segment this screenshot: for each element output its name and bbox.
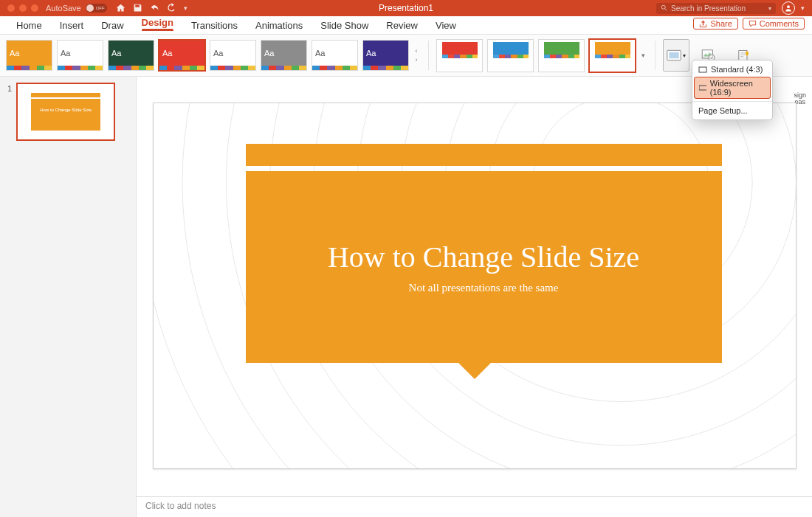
- theme-swatch-5[interactable]: Aa: [261, 40, 307, 71]
- traffic-lights[interactable]: [0, 4, 46, 12]
- slide-number: 1: [7, 83, 12, 141]
- tab-view[interactable]: View: [427, 17, 465, 34]
- theme-swatch-6[interactable]: Aa: [312, 40, 358, 71]
- aspect-16-9-icon: [699, 85, 706, 91]
- svg-point-0: [661, 5, 665, 9]
- comments-button[interactable]: Comments: [743, 18, 805, 30]
- autosave-control[interactable]: AutoSave OFF: [46, 4, 107, 13]
- themes-scroll[interactable]: ‹›: [412, 47, 421, 63]
- svg-rect-8: [699, 86, 706, 90]
- tab-transitions[interactable]: Transitions: [182, 17, 247, 34]
- redo-icon[interactable]: [167, 3, 176, 14]
- search-input[interactable]: Search in Presentation ▾: [656, 3, 776, 14]
- share-button[interactable]: Share: [693, 18, 737, 30]
- slide-size-button[interactable]: ▾: [663, 39, 689, 72]
- slide-size-menu: Standard (4:3) Widescreen (16:9) Page Se…: [692, 60, 773, 120]
- theme-swatch-3[interactable]: Aa: [159, 40, 205, 71]
- search-icon: [661, 4, 668, 12]
- design-ribbon: AaAaAaAaAaAaAaAa ‹› ▾ ▾ signeas Standard…: [0, 35, 812, 77]
- separator: [428, 41, 429, 70]
- overflow-icon[interactable]: ▾: [184, 4, 187, 12]
- slide-thumbnail-1[interactable]: How to Change Slide Size: [16, 83, 115, 141]
- home-icon[interactable]: [116, 3, 125, 14]
- slide-editor: How to Change Slide Size Not all present…: [137, 77, 812, 517]
- share-icon: [699, 20, 707, 28]
- callout-pointer-icon: [458, 363, 491, 379]
- theme-swatch-2[interactable]: Aa: [108, 40, 154, 71]
- chevron-down-icon: ▾: [641, 52, 645, 59]
- tab-home[interactable]: Home: [7, 17, 51, 34]
- ribbon-tabs: Home Insert Draw Design Transitions Anim…: [0, 16, 812, 35]
- theme-swatch-7[interactable]: Aa: [362, 40, 409, 71]
- slide-size-icon: [667, 49, 681, 61]
- slide-title[interactable]: How to Change Slide Size: [328, 240, 639, 274]
- close-window-icon[interactable]: [7, 4, 15, 12]
- autosave-toggle[interactable]: OFF: [86, 4, 107, 13]
- variants-more[interactable]: ▾: [639, 52, 647, 59]
- canvas-area[interactable]: How to Change Slide Size Not all present…: [137, 77, 812, 496]
- autosave-label: AutoSave: [46, 4, 81, 13]
- save-icon[interactable]: [133, 3, 142, 14]
- tab-insert[interactable]: Insert: [51, 17, 93, 34]
- notes-placeholder: Click to add notes: [145, 501, 216, 511]
- tab-review[interactable]: Review: [377, 17, 427, 34]
- aspect-4-3-icon: [698, 66, 707, 73]
- tab-slide-show[interactable]: Slide Show: [312, 17, 377, 34]
- separator: [692, 101, 772, 102]
- title-block[interactable]: How to Change Slide Size Not all present…: [246, 171, 722, 363]
- zoom-window-icon[interactable]: [31, 4, 38, 12]
- theme-swatch-4[interactable]: Aa: [210, 40, 256, 71]
- search-placeholder: Search in Presentation: [671, 4, 746, 13]
- variant-swatch-0[interactable]: [436, 39, 483, 72]
- account-button[interactable]: [782, 1, 795, 15]
- notes-pane[interactable]: Click to add notes: [137, 496, 812, 517]
- svg-rect-6: [739, 51, 747, 60]
- svg-rect-7: [699, 67, 706, 72]
- chevron-left-icon: ‹: [416, 47, 418, 55]
- themes-gallery: AaAaAaAaAaAaAaAa: [6, 40, 409, 71]
- theme-swatch-0[interactable]: Aa: [6, 40, 52, 71]
- menu-widescreen-16-9[interactable]: Widescreen (16:9): [694, 77, 771, 99]
- theme-swatch-1[interactable]: Aa: [57, 40, 103, 71]
- variant-swatch-1[interactable]: [487, 39, 534, 72]
- variant-swatch-3[interactable]: [589, 39, 636, 72]
- title-accent-bar: [246, 144, 722, 166]
- svg-point-1: [787, 5, 790, 8]
- variants-gallery: [436, 39, 636, 72]
- chevron-down-icon[interactable]: ▾: [801, 4, 805, 12]
- separator: [655, 41, 656, 70]
- chevron-right-icon: ›: [416, 56, 418, 63]
- minimize-window-icon[interactable]: [19, 4, 27, 12]
- slide-thumbnail-panel[interactable]: 1 How to Change Slide Size: [0, 77, 137, 517]
- tab-design[interactable]: Design: [133, 14, 182, 34]
- chevron-down-icon: ▾: [768, 5, 771, 12]
- tab-animations[interactable]: Animations: [247, 17, 312, 34]
- menu-standard-4-3[interactable]: Standard (4:3): [692, 63, 772, 76]
- window-title-bar: AutoSave OFF ▾ Presentation1 Search in P…: [0, 0, 812, 16]
- svg-rect-3: [669, 52, 678, 58]
- slide-subtitle[interactable]: Not all presentations are the same: [409, 282, 559, 294]
- tab-draw[interactable]: Draw: [92, 17, 132, 34]
- slide-canvas[interactable]: How to Change Slide Size Not all present…: [153, 103, 796, 469]
- undo-icon[interactable]: [150, 3, 159, 14]
- variant-swatch-2[interactable]: [538, 39, 585, 72]
- chevron-down-icon: ▾: [683, 52, 686, 59]
- workspace: 1 How to Change Slide Size: [0, 77, 812, 517]
- menu-page-setup[interactable]: Page Setup...: [692, 104, 772, 117]
- comment-icon: [749, 20, 757, 28]
